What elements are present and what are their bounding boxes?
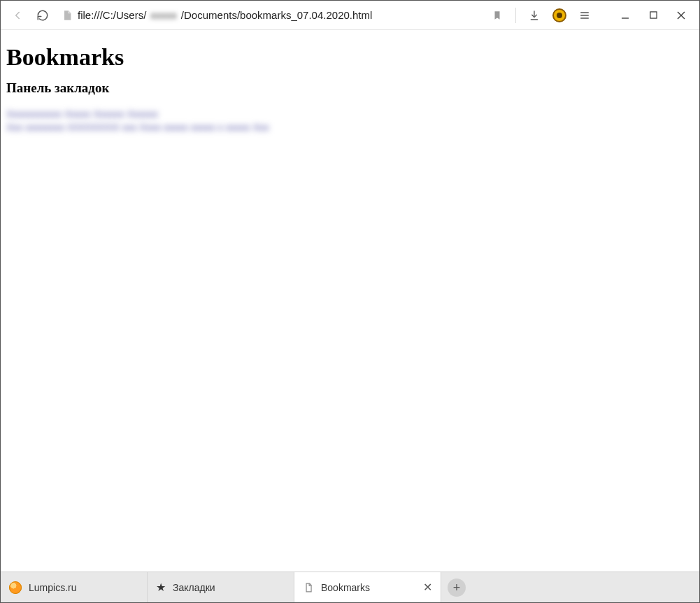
tab-bookmarks-file[interactable]: Bookmarks ✕ — [294, 572, 441, 602]
bookmark-icon[interactable] — [487, 6, 507, 25]
file-icon — [61, 9, 73, 22]
browser-toolbar: file:///C:/Users/xxxxx/Documents/bookmar… — [1, 1, 699, 30]
downloads-button[interactable] — [524, 6, 544, 25]
minimize-button[interactable] — [614, 6, 636, 25]
url-prefix: file:///C:/Users/ — [78, 9, 146, 21]
page-content: Bookmarks Панель закладок Xxxxxxxxxxx Xx… — [1, 30, 699, 572]
address-bar[interactable]: file:///C:/Users/xxxxx/Documents/bookmar… — [58, 9, 482, 22]
tab-bookmarks-ru[interactable]: ★ Закладки — [148, 572, 294, 602]
tab-label: Закладки — [173, 582, 215, 593]
svg-rect-0 — [650, 12, 656, 18]
tab-strip: Lumpics.ru ★ Закладки Bookmarks ✕ + — [1, 572, 699, 602]
back-button[interactable] — [8, 6, 27, 25]
page-title: Bookmarks — [6, 44, 694, 71]
plus-icon: + — [448, 579, 466, 597]
tab-lumpics[interactable]: Lumpics.ru — [1, 572, 148, 602]
document-icon — [303, 582, 314, 593]
profile-button[interactable] — [550, 6, 569, 25]
bookmark-link-blurred[interactable]: Xxx xxxxxxxx XXXXXXXX xxx Xxxx xxxxx xxx… — [6, 122, 328, 133]
tab-label: Bookmarks — [321, 582, 370, 593]
lumpics-favicon-icon — [9, 581, 22, 594]
close-window-button[interactable] — [670, 6, 692, 25]
bookmark-link-blurred[interactable]: Xxxxxxxxxxx Xxxxx Xxxxxx Xxxxxx — [6, 108, 216, 120]
star-icon: ★ — [156, 581, 166, 594]
url-blurred-segment: xxxxx — [150, 9, 177, 21]
tab-close-button[interactable]: ✕ — [423, 581, 432, 594]
url-suffix: /Documents/bookmarks_07.04.2020.html — [181, 9, 372, 21]
tab-label: Lumpics.ru — [29, 582, 76, 593]
menu-button[interactable] — [575, 6, 594, 25]
page-subheading: Панель закладок — [6, 80, 694, 96]
maximize-button[interactable] — [642, 6, 664, 25]
reload-button[interactable] — [33, 6, 52, 25]
separator — [515, 8, 516, 23]
new-tab-button[interactable]: + — [441, 572, 472, 602]
